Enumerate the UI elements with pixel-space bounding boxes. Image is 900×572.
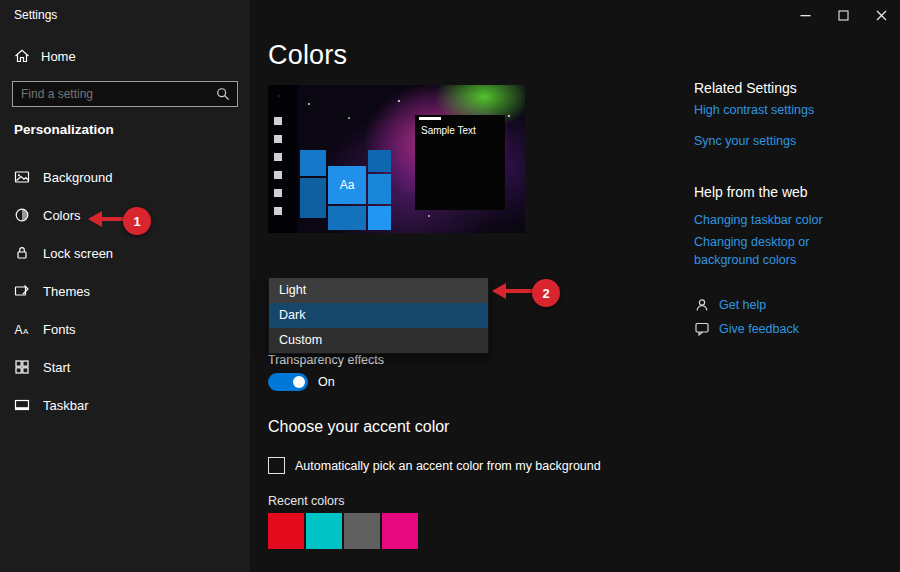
feedback-icon <box>694 321 710 337</box>
color-mode-dropdown: Light Dark Custom <box>268 277 489 354</box>
background-icon <box>14 169 30 185</box>
accent-color-heading: Choose your accent color <box>268 418 449 436</box>
help-from-web-heading: Help from the web <box>694 184 808 200</box>
auto-accent-label: Automatically pick an accent color from … <box>295 459 601 473</box>
link-changing-taskbar-color[interactable]: Changing taskbar color <box>694 211 874 229</box>
link-high-contrast[interactable]: High contrast settings <box>694 101 874 119</box>
settings-window: Settings Home Personalization Background… <box>0 0 900 572</box>
close-icon <box>876 10 887 21</box>
window-controls <box>786 0 900 30</box>
get-help-label: Get help <box>719 298 766 312</box>
maximize-icon <box>838 10 849 21</box>
sidebar-item-background[interactable]: Background <box>0 158 250 196</box>
home-icon <box>14 48 30 64</box>
preview-sample-titlebar <box>419 117 441 120</box>
auto-accent-row[interactable]: Automatically pick an accent color from … <box>268 457 601 474</box>
preview-start-rail <box>268 85 298 233</box>
recent-color-swatch[interactable] <box>344 513 380 549</box>
give-feedback-row[interactable]: Give feedback <box>694 321 799 337</box>
recent-color-swatch[interactable] <box>306 513 342 549</box>
sidebar-item-home[interactable]: Home <box>14 48 76 64</box>
theme-preview: Aa Sample Text <box>268 85 525 233</box>
recent-colors-label: Recent colors <box>268 494 344 508</box>
transparency-toggle[interactable] <box>268 373 308 391</box>
auto-accent-checkbox[interactable] <box>268 457 285 474</box>
fonts-icon: AA <box>14 321 30 337</box>
give-feedback-label: Give feedback <box>719 322 799 336</box>
close-button[interactable] <box>862 0 900 30</box>
minimize-icon <box>800 10 811 21</box>
annotation-arrow-2 <box>504 289 534 293</box>
dropdown-option-light[interactable]: Light <box>269 278 488 303</box>
transparency-label: Transparency effects <box>268 353 384 367</box>
preview-sample-window: Sample Text <box>415 115 505 210</box>
colors-icon <box>14 207 30 223</box>
lock-screen-icon <box>14 245 30 261</box>
toggle-knob <box>293 376 305 388</box>
sidebar-item-lock-screen[interactable]: Lock screen <box>0 234 250 272</box>
nav-label: Colors <box>43 208 81 223</box>
get-help-icon <box>694 297 710 313</box>
nav-label: Background <box>43 170 112 185</box>
main-content: Colors Aa Samp <box>250 0 900 572</box>
transparency-state: On <box>318 375 335 389</box>
recent-color-swatch[interactable] <box>382 513 418 549</box>
svg-text:A: A <box>15 323 23 337</box>
sidebar: Settings Home Personalization Background… <box>0 0 250 572</box>
preview-tile-aa: Aa <box>328 166 366 204</box>
link-sync-settings[interactable]: Sync your settings <box>694 132 874 150</box>
taskbar-icon <box>14 397 30 413</box>
recent-colors <box>268 513 418 549</box>
sidebar-item-fonts[interactable]: AA Fonts <box>0 310 250 348</box>
recent-color-swatch[interactable] <box>268 513 304 549</box>
dropdown-option-custom[interactable]: Custom <box>269 328 488 353</box>
search-box[interactable] <box>12 81 238 107</box>
page-title: Colors <box>268 40 347 71</box>
svg-text:A: A <box>23 327 29 336</box>
search-input[interactable] <box>13 87 216 101</box>
nav-label: Start <box>43 360 70 375</box>
nav-label: Lock screen <box>43 246 113 261</box>
search-icon[interactable] <box>216 87 230 101</box>
nav-label: Themes <box>43 284 90 299</box>
maximize-button[interactable] <box>824 0 862 30</box>
home-label: Home <box>41 49 76 64</box>
get-help-row[interactable]: Get help <box>694 297 766 313</box>
annotation-step-1: 1 <box>123 207 151 235</box>
sidebar-item-themes[interactable]: Themes <box>0 272 250 310</box>
preview-tiles: Aa <box>298 148 394 233</box>
dropdown-option-dark[interactable]: Dark <box>269 303 488 328</box>
link-changing-desktop-colors[interactable]: Changing desktop or background colors <box>694 233 874 269</box>
preview-sample-text: Sample Text <box>421 125 476 136</box>
window-title: Settings <box>14 8 57 22</box>
nav-label: Taskbar <box>43 398 89 413</box>
nav-label: Fonts <box>43 322 76 337</box>
sidebar-item-taskbar[interactable]: Taskbar <box>0 386 250 424</box>
themes-icon <box>14 283 30 299</box>
sidebar-item-start[interactable]: Start <box>0 348 250 386</box>
minimize-button[interactable] <box>786 0 824 30</box>
related-settings-heading: Related Settings <box>694 80 797 96</box>
start-icon <box>14 359 30 375</box>
sidebar-section-heading: Personalization <box>14 122 114 137</box>
sidebar-nav: Background Colors Lock screen Themes AA … <box>0 158 250 424</box>
annotation-step-2: 2 <box>532 279 560 307</box>
